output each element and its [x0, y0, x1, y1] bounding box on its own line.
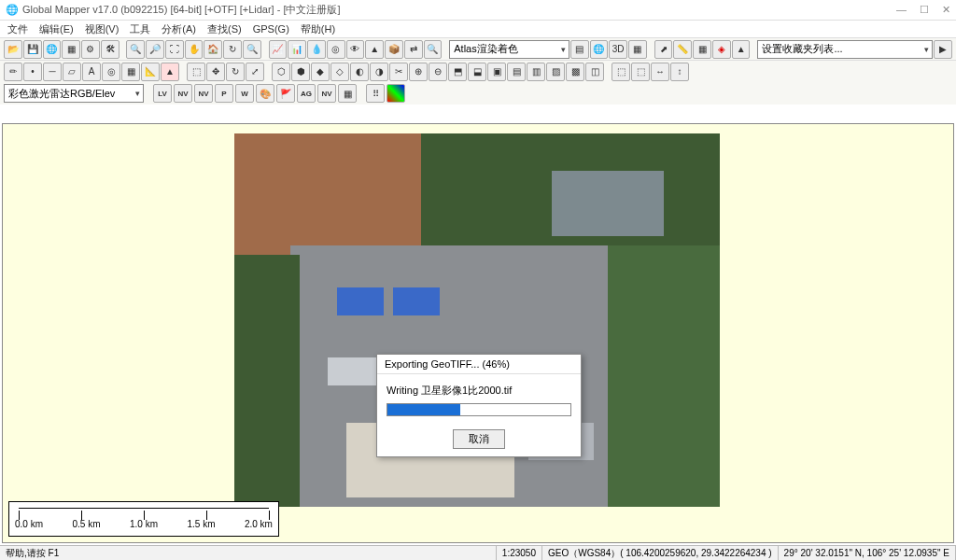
menu-search[interactable]: 查找(S) — [207, 22, 242, 36]
zoom-out-icon[interactable]: 🔎 — [146, 40, 164, 59]
dig-t14-icon[interactable]: ▥ — [527, 63, 545, 81]
dig-t2-icon[interactable]: ⬢ — [291, 63, 310, 81]
dig-t18-icon[interactable]: ⬚ — [612, 63, 630, 81]
shade-opt2-icon[interactable]: 🌐 — [590, 40, 609, 59]
lidar-flag-icon[interactable]: 🚩 — [276, 84, 295, 103]
dig-t11-icon[interactable]: ⬓ — [468, 63, 486, 81]
menu-view[interactable]: 视图(V) — [85, 22, 120, 36]
grid-icon[interactable]: ▦ — [693, 40, 711, 59]
layers-icon[interactable]: ▦ — [62, 40, 80, 59]
minimize-button[interactable]: — — [896, 4, 907, 16]
dig-t16-icon[interactable]: ▩ — [566, 63, 584, 81]
search-icon[interactable]: 🔍 — [424, 40, 443, 59]
menu-analysis[interactable]: 分析(A) — [162, 22, 196, 36]
dig-point-icon[interactable]: • — [23, 63, 42, 81]
viewshed-icon[interactable]: 👁 — [346, 40, 365, 59]
3d-icon[interactable]: ▲ — [365, 40, 384, 59]
dig-t12-icon[interactable]: ▣ — [487, 63, 506, 81]
dig-scale-icon[interactable]: ⤢ — [246, 63, 264, 81]
dig-move-icon[interactable]: ✥ — [206, 63, 225, 81]
shade-3d-icon[interactable]: 3D — [609, 40, 627, 59]
dig-t4-icon[interactable]: ◇ — [330, 63, 349, 81]
dig-t3-icon[interactable]: ◆ — [311, 63, 330, 81]
menu-tools[interactable]: 工具 — [130, 22, 150, 36]
tools-icon[interactable]: 🛠 — [101, 40, 120, 59]
lidar-nv3-icon[interactable]: NV — [317, 84, 336, 103]
lidar-layer-dropdown[interactable]: 彩色激光雷达RGB/Elev — [4, 84, 144, 103]
dig-t17-icon[interactable]: ◫ — [585, 63, 604, 81]
home-icon[interactable]: 🏠 — [204, 40, 222, 59]
menu-help[interactable]: 帮助(H) — [301, 22, 335, 36]
watershed-icon[interactable]: 💧 — [307, 40, 326, 59]
volume-icon[interactable]: 📦 — [385, 40, 403, 59]
globe-icon[interactable]: 🌐 — [43, 40, 62, 59]
lidar-filter-icon[interactable]: ⠿ — [366, 84, 385, 103]
lidar-grid-icon[interactable] — [387, 84, 405, 103]
dig-t1-icon[interactable]: ⬡ — [272, 63, 290, 81]
close-button[interactable]: ✕ — [942, 4, 950, 16]
zoom-prev-icon[interactable]: 🔍 — [243, 40, 261, 59]
dig-t21-icon[interactable]: ↕ — [670, 63, 689, 81]
compare-icon[interactable]: ⇄ — [404, 40, 423, 59]
lidar-w-icon[interactable]: W — [235, 84, 254, 103]
dig-t6-icon[interactable]: ◑ — [370, 63, 388, 81]
lidar-col-icon[interactable]: 🎨 — [256, 84, 274, 103]
map-canvas[interactable]: 0.0 km 0.5 km 1.0 km 1.5 km 2.0 km Expor… — [2, 123, 954, 543]
progress-bar — [387, 403, 571, 416]
dig-t5-icon[interactable]: ◐ — [350, 63, 369, 81]
dig-line-icon[interactable]: ─ — [43, 63, 62, 81]
nav-icon[interactable]: ⬈ — [654, 40, 673, 59]
dig-select-icon[interactable]: ⬚ — [187, 63, 205, 81]
menu-edit[interactable]: 编辑(E) — [39, 22, 74, 36]
lidar-ag-icon[interactable]: AG — [297, 84, 316, 103]
lidar-nv2-icon[interactable]: NV — [194, 84, 213, 103]
target-icon[interactable]: ◈ — [712, 40, 731, 59]
cancel-button[interactable]: 取消 — [453, 429, 505, 449]
favorites-dropdown[interactable]: 设置收藏夹列表... — [757, 40, 933, 59]
dig-cogr-icon[interactable]: 📐 — [141, 63, 160, 81]
dig-t9-icon[interactable]: ⊖ — [429, 63, 447, 81]
open-file-icon[interactable]: 📂 — [4, 40, 22, 59]
dig-t7-icon[interactable]: ✂ — [389, 63, 408, 81]
dig-rotate-icon[interactable]: ↻ — [226, 63, 245, 81]
measure-icon[interactable]: 📏 — [673, 40, 692, 59]
scale-tick-4: 2.0 km — [245, 519, 273, 529]
shader-dropdown[interactable]: Atlas渲染着色 — [449, 40, 569, 59]
pan-icon[interactable]: ✋ — [185, 40, 204, 59]
dig-edit-icon[interactable]: ✏ — [4, 63, 22, 81]
zoom-in-icon[interactable]: 🔍 — [126, 40, 145, 59]
dig-area-icon[interactable]: ▱ — [63, 63, 81, 81]
dig-text-icon[interactable]: A — [82, 63, 101, 81]
lidar-lv-icon[interactable]: LV — [153, 84, 172, 103]
lidar-nv1-icon[interactable]: NV — [174, 84, 192, 103]
fav-run-icon[interactable]: ▶ — [934, 40, 952, 59]
dig-t19-icon[interactable]: ⬚ — [631, 63, 650, 81]
lidar-p-icon[interactable]: P — [215, 84, 233, 103]
menu-file[interactable]: 文件 — [7, 22, 28, 36]
zoom-extents-icon[interactable]: ⛶ — [165, 40, 184, 59]
dig-t20-icon[interactable]: ↔ — [651, 63, 669, 81]
config-icon[interactable]: ⚙ — [81, 40, 100, 59]
dig-t15-icon[interactable]: ▨ — [546, 63, 565, 81]
maximize-button[interactable]: ☐ — [920, 4, 929, 16]
dig-t10-icon[interactable]: ⬒ — [448, 63, 467, 81]
refresh-icon[interactable]: ↻ — [223, 40, 242, 59]
menu-gps[interactable]: GPS(G) — [253, 23, 289, 35]
dig-grid-icon[interactable]: ▦ — [121, 63, 140, 81]
chart-icon[interactable]: 📈 — [269, 40, 288, 59]
dig-t13-icon[interactable]: ▤ — [507, 63, 526, 81]
dig-pile-icon[interactable]: ▲ — [161, 63, 179, 81]
shade-opt1-icon[interactable]: ▤ — [570, 40, 589, 59]
north-arrow-icon[interactable]: ▲ — [732, 40, 751, 59]
profile-icon[interactable]: 📊 — [288, 40, 306, 59]
lidar-class-icon[interactable]: ▦ — [338, 84, 357, 103]
scale-tick-3: 1.5 km — [187, 519, 215, 529]
contour-icon[interactable]: ◎ — [327, 40, 345, 59]
shade-opt3-icon[interactable]: ▦ — [628, 40, 647, 59]
toolbar-lidar: 彩色激光雷达RGB/Elev LV NV NV P W 🎨 🚩 AG NV ▦ … — [0, 82, 956, 105]
shader-label: Atlas渲染着色 — [454, 42, 517, 56]
save-icon[interactable]: 💾 — [23, 40, 42, 59]
dig-range-icon[interactable]: ◎ — [102, 63, 120, 81]
dig-t8-icon[interactable]: ⊕ — [409, 63, 428, 81]
scale-tick-0: 0.0 km — [15, 519, 43, 529]
